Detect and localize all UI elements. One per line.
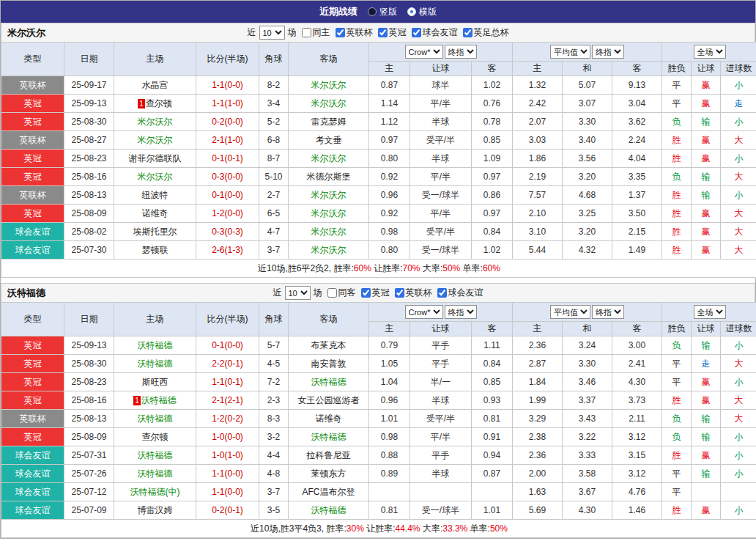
team-name-link[interactable]: 雷克瑟姆	[311, 117, 346, 127]
odds-company-select[interactable]: Crow*	[405, 45, 443, 59]
fulltime-select[interactable]: 全场	[694, 305, 726, 319]
away-team-cell: 米尔沃尔	[289, 186, 369, 205]
team-name-link[interactable]: 查尔顿	[142, 432, 168, 442]
competition-badge: 英联杯	[1, 76, 64, 95]
team-name-link[interactable]: 斯旺西	[142, 377, 168, 387]
team-name-link[interactable]: 米尔沃尔	[138, 117, 173, 127]
match-date: 25-08-23	[64, 150, 114, 168]
odds-final-select[interactable]: 终指	[445, 305, 477, 319]
checkbox-input[interactable]	[302, 28, 311, 37]
corners-cell: 3-5	[259, 501, 289, 520]
team-name-link[interactable]: 女王公园巡游者	[298, 395, 360, 405]
team-name-link[interactable]: 米德尔斯堡	[307, 172, 351, 182]
team-name-link[interactable]: 谢菲尔德联队	[129, 153, 182, 163]
checkbox-input[interactable]	[412, 28, 421, 37]
team-name-link[interactable]: 米尔沃尔	[311, 190, 346, 200]
team-name-link[interactable]: 南安普敦	[311, 358, 346, 369]
team-name-link[interactable]: 纽波特	[142, 190, 168, 200]
filter-checkbox-同主[interactable]: 同主	[302, 26, 330, 39]
euro-away-odds: 2.11	[612, 410, 662, 428]
competition-badge: 英冠	[1, 391, 64, 410]
team-name-link[interactable]: 水晶宫	[142, 80, 168, 90]
corners-cell: 4-7	[259, 223, 289, 241]
team-name-link[interactable]: 诺维奇	[142, 208, 168, 218]
checkbox-input[interactable]	[463, 28, 472, 37]
avg-final-select[interactable]: 终指	[592, 45, 624, 59]
checkbox-input[interactable]	[361, 288, 371, 298]
filter-checkbox-球会友谊[interactable]: 球会友谊	[412, 26, 458, 39]
result-goals: 大	[721, 241, 756, 260]
checkbox-input[interactable]	[437, 288, 447, 298]
checkbox-input[interactable]	[336, 28, 345, 37]
team-name-link[interactable]: 米尔沃尔	[311, 245, 346, 255]
euro-draw-odds: 3.67	[563, 483, 612, 501]
team-name-link[interactable]: 布莱克本	[311, 340, 346, 350]
games-count-select[interactable]: 10	[259, 26, 285, 40]
radio-icon[interactable]	[407, 7, 416, 16]
team-name-link[interactable]: 诺维奇	[316, 413, 342, 424]
team-name-link[interactable]: 沃特福德	[311, 377, 346, 387]
avg-odds-select[interactable]: 平均值	[550, 45, 590, 59]
odds-final-select[interactable]: 终指	[445, 45, 477, 59]
team-name-link[interactable]: 沃特福德	[138, 450, 173, 460]
team-name-link[interactable]: 米尔沃尔	[311, 227, 346, 237]
competition-badge: 英冠	[1, 336, 64, 355]
filter-checkbox-球会友谊[interactable]: 球会友谊	[437, 287, 483, 299]
score-cell: 0-2(0-0)	[196, 113, 259, 131]
result-goals: 小	[721, 76, 756, 95]
team-name-link[interactable]: 埃斯托里尔	[133, 227, 177, 237]
checkbox-input[interactable]	[327, 288, 337, 298]
team-name-link[interactable]: 米尔沃尔	[138, 135, 173, 145]
team-name-link[interactable]: 沃特福德	[138, 340, 173, 350]
team-name-link[interactable]: 拉科鲁尼亚	[307, 450, 351, 460]
handicap-home-odds: 1.04	[369, 373, 410, 391]
team-name-link[interactable]: 莱顿东方	[311, 468, 346, 479]
team-name-link[interactable]: 瑟顿联	[142, 245, 168, 255]
filter-checkbox-英足总杯[interactable]: 英足总杯	[463, 26, 509, 39]
team-name-link[interactable]: 沃特福德	[141, 395, 177, 405]
score-cell: 1-2(0-2)	[196, 410, 259, 428]
team-name-link[interactable]: 沃特福德	[138, 358, 173, 369]
team-name-link[interactable]: 沃特福德	[311, 432, 346, 442]
team-name-link[interactable]: 米尔沃尔	[311, 98, 346, 108]
odds-company-select[interactable]: Crow*	[405, 305, 443, 319]
radio-icon[interactable]	[368, 7, 377, 16]
euro-away-odds: 9.13	[612, 76, 662, 95]
team-name-link[interactable]: 沃特福德	[138, 413, 173, 424]
team-name-link[interactable]: 沃特福德	[311, 505, 346, 515]
rank-badge: 1	[138, 99, 145, 108]
layout-option-vertical[interactable]: 竖版	[368, 6, 397, 18]
away-team-cell: 米尔沃尔	[289, 223, 369, 241]
home-team-cell: 谢菲尔德联队	[114, 150, 196, 168]
team-name-link[interactable]: 米尔沃尔	[311, 153, 346, 163]
team-name-link[interactable]: 沃特福德(中)	[130, 487, 180, 497]
team-name-link[interactable]: 沃特福德	[138, 468, 173, 479]
team-name-link[interactable]: 考文垂	[316, 135, 342, 145]
avg-odds-select[interactable]: 平均值	[550, 305, 590, 319]
handicap-away-odds: 1.02	[472, 241, 513, 260]
team-name-link[interactable]: AFC温布尔登	[303, 487, 355, 497]
checkbox-input[interactable]	[378, 28, 388, 37]
checkbox-input[interactable]	[395, 288, 404, 298]
fulltime-select[interactable]: 全场	[694, 45, 726, 59]
result-handicap: 输	[692, 336, 721, 355]
filter-checkbox-英冠[interactable]: 英冠	[378, 26, 407, 39]
layout-option-horizontal[interactable]: 横版	[407, 6, 437, 18]
filter-checkbox-同客[interactable]: 同客	[327, 287, 356, 299]
team-name-link[interactable]: 博雷汉姆	[138, 505, 173, 515]
sub-header-8: 进球数	[721, 62, 756, 76]
competition-badge: 英联杯	[1, 410, 64, 428]
avg-final-select[interactable]: 终指	[592, 305, 624, 319]
filter-checkbox-英冠[interactable]: 英冠	[361, 287, 390, 299]
team-name-link[interactable]: 米尔沃尔	[311, 208, 346, 218]
match-date: 25-08-16	[64, 391, 114, 410]
filter-checkbox-英联杯[interactable]: 英联杯	[395, 287, 432, 299]
team-name-link[interactable]: 米尔沃尔	[138, 172, 173, 182]
games-count-select[interactable]: 10	[285, 286, 311, 300]
avg-odds-group: 平均值终指	[513, 43, 662, 62]
team-name-link[interactable]: 查尔顿	[146, 98, 172, 108]
home-team-cell: 米尔沃尔	[114, 113, 196, 131]
filter-checkbox-英联杯[interactable]: 英联杯	[336, 26, 373, 39]
euro-home-odds: 1.99	[513, 391, 563, 410]
team-name-link[interactable]: 米尔沃尔	[311, 80, 346, 90]
